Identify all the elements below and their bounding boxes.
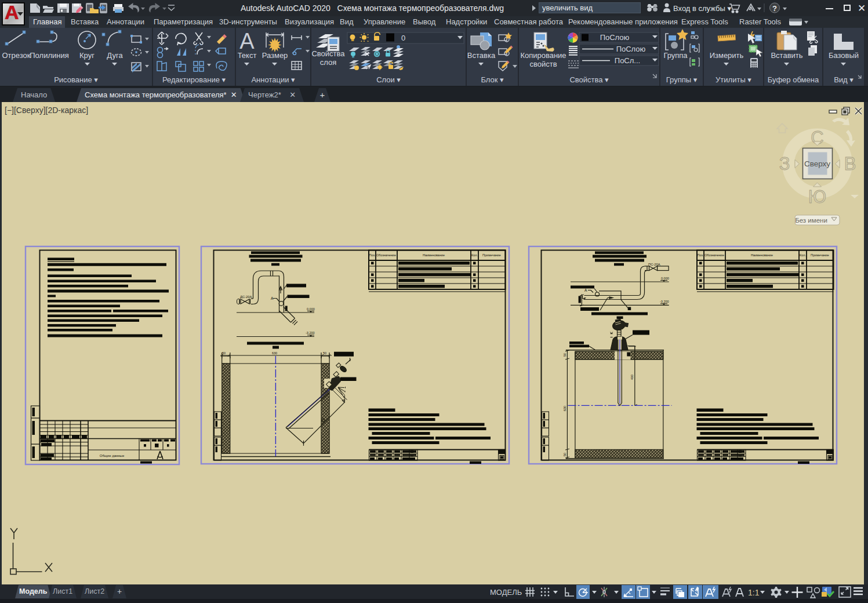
- svg-text:Кол.: Кол.: [471, 253, 478, 257]
- svg-text:Вставить: Вставить: [771, 51, 802, 60]
- svg-text:МОДЕЛЬ: МОДЕЛЬ: [490, 588, 522, 597]
- svg-text:ДС-20А: ДС-20А: [240, 295, 252, 299]
- svg-text:-3.200: -3.200: [306, 331, 315, 335]
- svg-text:0.000: 0.000: [661, 277, 669, 280]
- svg-text:50: 50: [563, 353, 566, 357]
- svg-text:В: В: [844, 154, 856, 174]
- svg-text:Круг: Круг: [79, 51, 95, 60]
- svg-text:Текст: Текст: [238, 51, 257, 60]
- svg-text:Без имени: Без имени: [795, 217, 827, 224]
- svg-text:ПоСлою: ПоСлою: [600, 33, 630, 42]
- svg-text:-3.200: -3.200: [660, 300, 669, 303]
- svg-text:ПоСлою: ПоСлою: [616, 45, 646, 53]
- svg-text:Размер: Размер: [262, 51, 288, 60]
- svg-text:свойств: свойств: [529, 60, 557, 68]
- svg-text:Общие данные: Общие данные: [100, 454, 125, 457]
- svg-text:Полилиния: Полилиния: [30, 51, 68, 60]
- svg-text:A: A: [584, 288, 587, 292]
- svg-text:0.000: 0.000: [307, 307, 315, 311]
- svg-text:A: A: [239, 29, 255, 53]
- svg-text:Обозначение: Обозначение: [376, 253, 396, 257]
- svg-text:Базовый: Базовый: [829, 51, 859, 60]
- svg-text:Поз.: Поз.: [369, 253, 376, 257]
- svg-text:Свойства: Свойства: [311, 49, 345, 58]
- svg-text:50: 50: [222, 351, 226, 355]
- svg-text:Вставка: Вставка: [467, 51, 496, 60]
- svg-text:Примечание: Примечание: [482, 253, 501, 257]
- svg-text:ПС-20А: ПС-20А: [648, 263, 660, 266]
- svg-text:1:1: 1:1: [748, 588, 760, 597]
- svg-text:Отрезок: Отрезок: [2, 51, 31, 60]
- svg-text:Наименование: Наименование: [423, 253, 445, 257]
- svg-text:?: ?: [772, 4, 777, 13]
- svg-text:0: 0: [401, 34, 405, 42]
- svg-text:630: 630: [272, 351, 277, 355]
- svg-text:Дуга: Дуга: [107, 51, 123, 60]
- svg-text:400: 400: [630, 375, 634, 380]
- svg-text:630: 630: [563, 406, 566, 411]
- svg-text:A: A: [271, 296, 274, 300]
- svg-text:Группа: Группа: [663, 51, 688, 60]
- svg-text:50: 50: [323, 351, 326, 355]
- svg-text:слоя: слоя: [320, 58, 337, 67]
- svg-text:З: З: [779, 154, 790, 174]
- svg-text:ПоСл...: ПоСл...: [615, 56, 640, 65]
- svg-text:50: 50: [563, 453, 566, 456]
- svg-text:Измерить: Измерить: [710, 51, 744, 60]
- svg-text:Сверху: Сверху: [804, 159, 830, 168]
- svg-text:Копирование: Копирование: [520, 51, 566, 60]
- svg-text:Ю: Ю: [808, 187, 826, 207]
